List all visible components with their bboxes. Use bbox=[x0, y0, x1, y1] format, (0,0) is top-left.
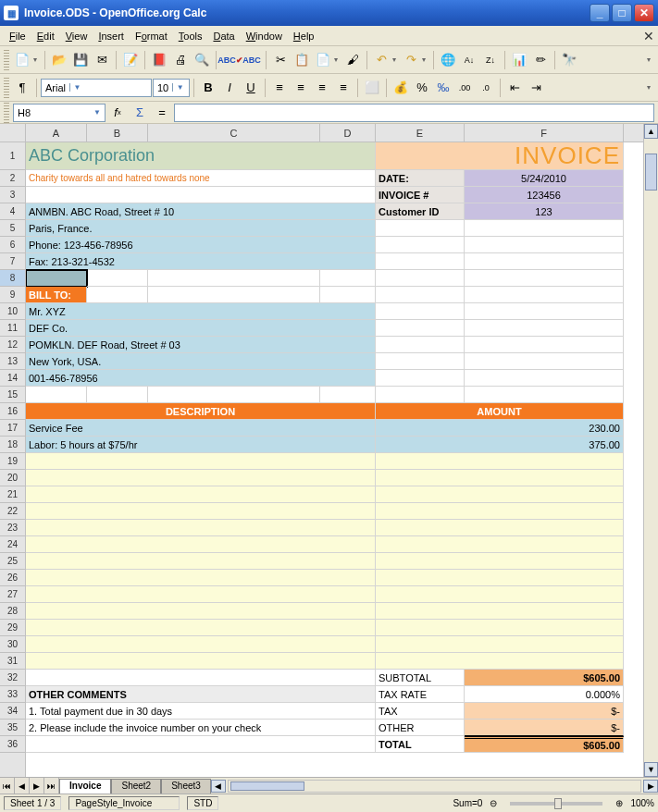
cell[interactable] bbox=[26, 736, 376, 753]
row-header[interactable]: 27 bbox=[0, 586, 25, 603]
align-center-button[interactable]: ≡ bbox=[291, 78, 311, 98]
scroll-left-button[interactable]: ◀ bbox=[211, 780, 226, 793]
cell[interactable] bbox=[465, 237, 624, 253]
cell[interactable] bbox=[465, 220, 624, 237]
cell[interactable] bbox=[376, 303, 465, 320]
cell-bill1[interactable]: Mr. XYZ bbox=[26, 303, 376, 320]
cell[interactable] bbox=[26, 453, 376, 470]
row-header[interactable]: 32 bbox=[0, 670, 25, 686]
cell[interactable] bbox=[26, 636, 376, 653]
cell-bill2[interactable]: DEF Co. bbox=[26, 320, 376, 337]
horizontal-scrollbar[interactable] bbox=[228, 780, 641, 793]
cell[interactable] bbox=[26, 570, 376, 586]
row-header[interactable]: 14 bbox=[0, 370, 25, 387]
sum-button[interactable]: Σ bbox=[130, 103, 150, 123]
close-document-button[interactable]: ✕ bbox=[643, 29, 654, 43]
cell-tagline[interactable]: Charity towards all and hatred towards n… bbox=[26, 170, 376, 187]
print-preview-button[interactable]: 🔍 bbox=[192, 50, 212, 70]
toolbar-overflow[interactable]: ▾ bbox=[647, 83, 654, 92]
cell-comment2[interactable]: 2. Please include the invoice number on … bbox=[26, 720, 376, 736]
chart-button[interactable]: 📊 bbox=[509, 50, 529, 70]
scrollbar-thumb[interactable] bbox=[645, 154, 657, 191]
cell[interactable] bbox=[320, 270, 376, 287]
cell[interactable] bbox=[376, 570, 624, 586]
row-header[interactable]: 10 bbox=[0, 303, 25, 320]
col-header-F[interactable]: F bbox=[465, 124, 624, 141]
row-header[interactable]: 31 bbox=[0, 653, 25, 670]
cell-addr2[interactable]: Paris, France. bbox=[26, 220, 376, 237]
menu-help[interactable]: Help bbox=[288, 29, 320, 43]
menu-edit[interactable]: Edit bbox=[31, 29, 60, 43]
cell-other-value[interactable]: $- bbox=[465, 720, 624, 736]
cell-addr1[interactable]: ANMBN. ABC Road, Street # 10 bbox=[26, 203, 376, 220]
tab-prev-button[interactable]: ◀ bbox=[15, 778, 30, 794]
email-button[interactable]: ✉ bbox=[92, 50, 112, 70]
merge-cells-button[interactable]: ⬜ bbox=[362, 78, 382, 98]
cell[interactable] bbox=[26, 586, 376, 603]
menu-window[interactable]: Window bbox=[241, 29, 288, 43]
function-wizard-button[interactable]: fx bbox=[107, 103, 128, 123]
select-all-corner[interactable] bbox=[0, 124, 26, 142]
row-header[interactable]: 33 bbox=[0, 686, 25, 703]
cell[interactable] bbox=[376, 237, 465, 253]
cell-addr4[interactable]: Fax: 213-321-4532 bbox=[26, 253, 376, 270]
cell[interactable] bbox=[376, 370, 465, 387]
cell[interactable] bbox=[26, 603, 376, 620]
cell[interactable] bbox=[376, 320, 465, 337]
status-pagestyle[interactable]: PageStyle_Invoice bbox=[68, 796, 180, 810]
format-paintbrush-button[interactable]: 🖌 bbox=[342, 50, 363, 70]
row-header[interactable]: 29 bbox=[0, 620, 25, 636]
cell[interactable] bbox=[376, 620, 624, 636]
export-pdf-button[interactable]: 📕 bbox=[149, 50, 169, 70]
add-decimal-button[interactable]: .00 bbox=[454, 78, 475, 98]
auto-spellcheck-button[interactable]: ABC bbox=[242, 50, 262, 70]
scroll-right-button[interactable]: ▶ bbox=[643, 780, 658, 793]
cell[interactable] bbox=[465, 253, 624, 270]
cell[interactable] bbox=[376, 603, 624, 620]
cell-tax-value[interactable]: $- bbox=[465, 703, 624, 720]
row-header[interactable]: 11 bbox=[0, 320, 25, 337]
row-header[interactable]: 23 bbox=[0, 520, 25, 536]
row-header[interactable]: 36 bbox=[0, 736, 25, 753]
col-header-D[interactable]: D bbox=[320, 124, 376, 141]
scroll-down-button[interactable]: ▼ bbox=[644, 762, 658, 777]
col-header-C[interactable]: C bbox=[148, 124, 320, 141]
row-header[interactable]: 17 bbox=[0, 420, 25, 437]
undo-dropdown[interactable]: ▾ bbox=[392, 55, 400, 64]
cell-line-amt[interactable]: 375.00 bbox=[376, 437, 624, 453]
zoom-out-button[interactable]: ⊖ bbox=[490, 798, 497, 808]
cell[interactable] bbox=[376, 337, 465, 353]
vertical-scrollbar[interactable]: ▲ ▼ bbox=[643, 124, 658, 777]
spreadsheet-grid[interactable]: A B C D E F 1 2 3 4 5 6 7 8 9 10 11 bbox=[0, 124, 658, 777]
new-button[interactable]: 📄 bbox=[12, 50, 32, 70]
row-header[interactable]: 22 bbox=[0, 503, 25, 520]
cell[interactable] bbox=[376, 653, 624, 670]
status-sum[interactable]: Sum=0 bbox=[453, 798, 482, 808]
cell[interactable] bbox=[26, 620, 376, 636]
cell-date-value[interactable]: 5/24/2010 bbox=[465, 170, 624, 187]
row-header[interactable]: 25 bbox=[0, 553, 25, 570]
cell[interactable] bbox=[465, 370, 624, 387]
cell[interactable] bbox=[26, 470, 376, 486]
cell[interactable] bbox=[87, 270, 148, 287]
cell[interactable] bbox=[26, 520, 376, 536]
bold-button[interactable]: B bbox=[198, 78, 218, 98]
row-header[interactable]: 5 bbox=[0, 220, 25, 237]
cell-total-value[interactable]: $605.00 bbox=[465, 736, 624, 753]
cell-subtotal-label[interactable]: SUBTOTAL bbox=[376, 670, 465, 686]
cell[interactable] bbox=[376, 253, 465, 270]
scroll-up-button[interactable]: ▲ bbox=[644, 124, 658, 139]
row-header[interactable]: 18 bbox=[0, 437, 25, 453]
row-header[interactable]: 13 bbox=[0, 353, 25, 370]
cell[interactable] bbox=[376, 486, 624, 503]
cell-comment1[interactable]: 1. Total payment due in 30 days bbox=[26, 703, 376, 720]
standard-format-button[interactable]: ‰ bbox=[433, 78, 453, 98]
sheet-tab-invoice[interactable]: Invoice bbox=[59, 779, 111, 794]
zoom-slider[interactable] bbox=[510, 802, 602, 806]
font-size-combo[interactable]: 10 ▼ bbox=[153, 79, 190, 97]
maximize-button[interactable]: □ bbox=[612, 4, 632, 22]
function-button[interactable]: = bbox=[152, 103, 172, 123]
cell-selected[interactable] bbox=[26, 270, 87, 287]
cell-desc-header[interactable]: DESCRIPTION bbox=[26, 403, 376, 420]
cell[interactable] bbox=[376, 470, 624, 486]
